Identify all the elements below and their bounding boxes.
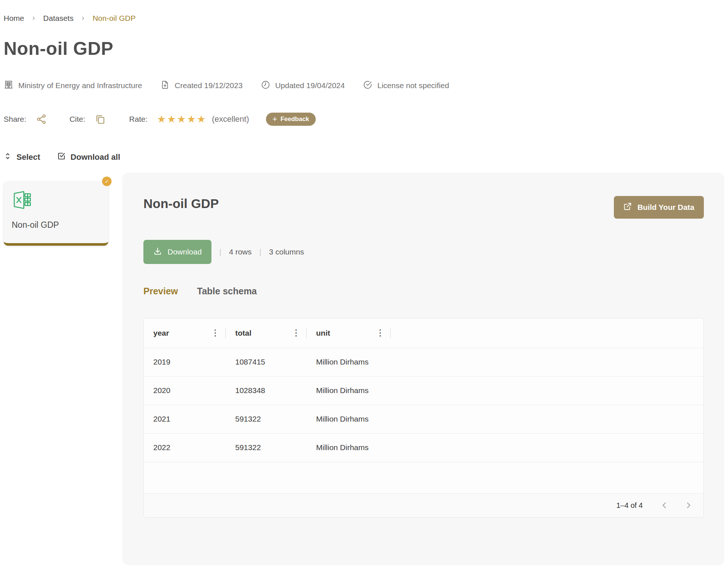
breadcrumb-datasets[interactable]: Datasets [43,14,74,23]
table-cell-filler [391,433,703,462]
table-row: 2021591322Million Dirhams [144,405,703,433]
preview-table-container: year ⋮ total ⋮ [143,318,704,518]
table-header-row: year ⋮ total ⋮ [144,318,703,348]
excel-file-icon [12,205,33,211]
breadcrumb-home[interactable]: Home [4,14,24,23]
breadcrumb-current: Non-oil GDP [93,14,136,23]
share-icon[interactable] [36,114,47,125]
download-button[interactable]: Download [143,240,211,264]
plus-icon: + [273,115,277,123]
columns-count: 3 columns [269,248,304,256]
panel-title: Non-oil GDP [143,196,219,211]
panel-tabs: Preview Table schema [143,286,704,298]
feedback-button-label: Feedback [281,116,309,123]
column-divider [390,328,391,339]
build-your-data-button[interactable]: Build Your Data [614,196,704,219]
meta-created: Created 19/12/2023 [160,80,243,91]
breadcrumb: Home Datasets Non-oil GDP [4,13,724,23]
previous-page-button[interactable] [660,501,669,510]
dataset-panel: Non-oil GDP Build Your Data [122,173,724,565]
table-empty-row [144,462,703,493]
copy-icon[interactable] [95,114,106,125]
share-label: Share: [4,115,26,124]
meta-license-label: License not specified [377,81,449,90]
table-cell-filler [391,405,703,433]
select-button[interactable]: Select [4,152,40,162]
share-row: Share: Cite: Rate: ★★★★★ (excellent) + F… [4,112,724,127]
pagination-nav [660,501,693,510]
table-row: 2022591322Million Dirhams [144,433,703,462]
pagination: 1–4 of 4 [153,501,693,510]
table-cell: 591322 [226,433,307,462]
table-cell: 2020 [144,376,226,405]
check-circle-icon [363,80,372,91]
column-header-unit: unit ⋮ [307,318,391,348]
rate-label: Rate: [129,115,147,124]
content-area: ✓ Non-oil GDP Non-oil GDP [4,173,724,565]
resources-toolbar: Select Download all [4,152,724,162]
column-header-label: year [153,329,169,337]
meta-license: License not specified [363,80,449,91]
preview-table: year ⋮ total ⋮ [144,318,703,517]
table-body: 20191087415Million Dirhams20201028348Mil… [144,348,703,462]
pagination-row: 1–4 of 4 [144,493,703,517]
download-all-button-label: Download all [71,152,120,162]
meta-source-label: Ministry of Energy and Infrastructure [18,81,142,90]
table-row: 20201028348Million Dirhams [144,376,703,405]
tab-preview[interactable]: Preview [143,286,178,298]
table-cell-filler [391,348,703,376]
column-divider [306,328,307,339]
download-button-label: Download [168,248,202,256]
meta-updated: Updated 19/04/2024 [261,80,345,91]
table-cell: 2021 [144,405,226,433]
separator: | [259,248,261,256]
column-divider [225,328,226,339]
table-cell: 1028348 [226,376,307,405]
meta-updated-label: Updated 19/04/2024 [275,81,345,90]
chevron-right-icon [31,15,37,21]
table-cell: Million Dirhams [307,433,391,462]
table-cell: 2019 [144,348,226,376]
file-plus-icon [160,80,170,91]
checkbox-check-icon [57,152,66,163]
next-page-button[interactable] [684,501,693,510]
table-cell: Million Dirhams [307,405,391,433]
resource-card[interactable]: ✓ Non-oil GDP [4,181,108,246]
column-menu-icon[interactable]: ⋮ [210,329,221,337]
rows-count: 4 rows [229,248,252,256]
table-row: 20191087415Million Dirhams [144,348,703,376]
column-menu-icon[interactable]: ⋮ [375,329,386,337]
table-cell: Million Dirhams [307,376,391,405]
feedback-button[interactable]: + Feedback [266,113,316,126]
building-icon [4,80,14,91]
download-all-button[interactable]: Download all [57,152,120,163]
download-row: Download | 4 rows | 3 columns [143,240,704,264]
column-header-label: total [235,329,251,337]
selected-check-badge: ✓ [102,177,112,186]
tab-table-schema[interactable]: Table schema [197,286,257,298]
star-rating[interactable]: ★★★★★ [157,113,207,125]
table-cell: Million Dirhams [307,348,391,376]
meta-source: Ministry of Energy and Infrastructure [4,80,142,91]
select-button-label: Select [16,152,40,162]
dataset-meta-row: Ministry of Energy and Infrastructure Cr… [4,80,724,91]
table-cell: 2022 [144,433,226,462]
resource-card-name: Non-oil GDP [12,220,108,230]
meta-created-label: Created 19/12/2023 [175,81,243,90]
column-header-label: unit [316,329,330,337]
page-title: Non-oil GDP [4,38,724,59]
dataset-page: Home Datasets Non-oil GDP Non-oil GDP Mi… [0,0,728,565]
column-header-filler [391,318,703,348]
table-cell-filler [391,376,703,405]
rating-text: (excellent) [212,114,249,124]
chevron-right-icon [80,15,86,21]
separator: | [219,248,221,256]
download-icon [153,247,162,257]
table-empty-cell [144,462,703,493]
table-cell: 591322 [226,405,307,433]
clock-icon [261,80,270,91]
unfold-icon [4,152,12,162]
column-header-year: year ⋮ [144,318,226,348]
column-menu-icon[interactable]: ⋮ [290,329,302,337]
pagination-label: 1–4 of 4 [616,501,643,510]
